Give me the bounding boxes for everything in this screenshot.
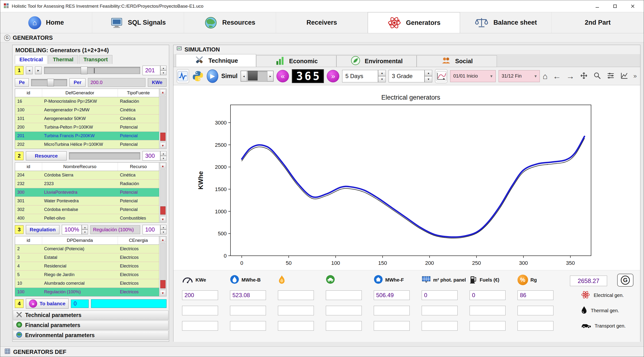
nav-tab-resources[interactable]: Resources [184,12,276,33]
days-value[interactable]: 5 Days [342,70,378,82]
result-field[interactable] [374,306,410,315]
table-row[interactable]: 4ResidencialElectricos [15,262,159,270]
spin-up-icon[interactable]: ▴ [378,70,386,76]
tab-electrical[interactable]: Electrical [15,55,48,64]
scroll-thumb[interactable] [160,206,166,215]
scroll-down-icon[interactable]: ▾ [160,290,166,296]
resource-button[interactable]: Resource [26,151,66,160]
result-field[interactable] [518,291,554,300]
table-scrollbar[interactable]: ▴ ▾ [159,163,166,222]
nav-tab-generators[interactable]: Generators [368,12,460,33]
spin-down-icon[interactable]: ▾ [82,230,88,234]
scroll-track[interactable] [160,95,166,142]
minimize-button[interactable] [590,1,605,11]
result-field[interactable] [230,321,266,331]
scroll-up-icon[interactable]: ▴ [160,89,166,95]
resource-id-value[interactable]: 300 [142,151,160,161]
scroll-thumb[interactable] [160,133,166,141]
spin-down-icon[interactable]: ▾ [378,76,386,82]
result-field[interactable] [518,321,554,331]
spin-up-icon[interactable]: ▴ [160,66,166,70]
regulation-id-value[interactable]: 100 [142,225,160,234]
result-field[interactable] [182,291,218,300]
result-field[interactable] [326,291,362,300]
zoom-icon[interactable] [593,72,601,81]
toolbar-overflow-icon[interactable]: » [634,72,637,80]
scroll-up-icon[interactable]: ▴ [160,237,166,242]
resource-slider[interactable] [69,152,140,159]
axes-edit-icon[interactable] [620,72,628,81]
tab-social[interactable]: Social [417,55,497,67]
table-row[interactable]: 202MicroTurbina Hélice P=100KWPotencial [15,140,159,149]
plot-back-icon[interactable]: ← [553,72,561,80]
scroll-thumb[interactable] [160,280,166,288]
result-field[interactable] [422,291,458,300]
result-field[interactable] [422,321,458,331]
result-field[interactable] [230,291,266,300]
tab-economic[interactable]: Economic [256,55,336,67]
slider-thumb[interactable] [248,71,258,80]
spin-down-icon[interactable]: ▾ [160,156,166,161]
result-field[interactable] [278,306,314,315]
fast-forward-button[interactable]: » [327,70,339,82]
result-field[interactable] [470,291,506,300]
result-field[interactable] [326,321,362,331]
tab-transport[interactable]: Transport [79,55,112,64]
tab-thermal[interactable]: Thermal [48,55,78,64]
table-row[interactable]: 204Córdoba SierraCinética [15,171,159,179]
pe-button[interactable]: Pe [15,78,29,87]
table-row[interactable]: 302Córdoba embalsePotencial [15,205,159,214]
slider-left-icon[interactable]: ◂ [241,71,247,81]
table-row[interactable]: 2Comercial (Potencia)Electricos [15,245,159,253]
result-field[interactable] [470,321,506,331]
generator-slider[interactable] [44,67,140,74]
technical-parameters-panel[interactable]: Technical parameters [13,311,168,320]
start-date-combo[interactable]: 01/01 Inicio ▾ [450,70,496,82]
result-field[interactable] [374,321,410,331]
scroll-track[interactable] [160,243,166,290]
simulate-play-button[interactable]: ▶ [207,69,218,83]
tab-enviromental[interactable]: Enviromental [336,55,417,67]
spin-up-icon[interactable]: ▴ [424,70,432,76]
result-field[interactable] [374,291,410,300]
result-field[interactable] [182,321,218,331]
table-row[interactable]: 10Alumbrado comercialElectricos [15,279,159,288]
regulation-pct-value[interactable]: 100% [62,225,82,234]
spin-down-icon[interactable]: ▾ [160,230,166,234]
subplot-settings-icon[interactable] [606,72,615,81]
speed-slider[interactable]: ◂ ▸ [240,71,274,82]
result-field[interactable] [470,306,506,315]
spin-up-icon[interactable]: ▴ [82,225,88,230]
to-balance-value[interactable]: 0 [71,300,89,308]
generators-g-button[interactable]: G [617,274,634,287]
close-button[interactable] [625,1,640,11]
table-row[interactable]: 300LluviaPontevedraPotencial [15,188,159,197]
table-scrollbar[interactable]: ▴ ▾ [159,89,166,149]
step-forward-button[interactable]: ▸ [35,66,42,74]
table-row[interactable]: 200Turbina-Pelton P=100KWPotencial [15,123,159,131]
table-row[interactable]: 100Aerogenerador P=2MWCinética [15,106,159,114]
regulation-button[interactable]: Regulation [26,225,60,234]
scroll-down-icon[interactable]: ▾ [160,216,166,222]
table-row[interactable]: 101Aerogenerador 50KWCinética [15,114,159,123]
spin-up-icon[interactable]: ▴ [160,151,166,156]
rewind-button[interactable]: « [276,70,289,82]
table-row[interactable]: 100Regulación (100%)Electricos [15,288,159,296]
environmental-parameters-panel[interactable]: Environmental parameters [13,331,168,340]
nav-tab-2nd-part[interactable]: 2nd Part [552,12,644,33]
python-icon[interactable] [192,69,204,83]
result-field[interactable] [326,306,362,315]
table-row[interactable]: 16P-Monocristalino Pp=25KWRadiación [15,97,159,106]
result-field[interactable] [278,321,314,331]
nav-tab-balance-sheet[interactable]: Balance sheet [460,12,552,33]
slider-right-icon[interactable]: ▸ [267,71,273,81]
to-balance-button[interactable]: » To balance [26,299,68,309]
kwe-unit-button[interactable]: KWe [148,78,166,87]
table-row[interactable]: 400Pellet-olivoCombustibles [15,214,159,222]
maximize-button[interactable] [607,1,623,11]
nav-tab-receivers[interactable]: Receivers [276,12,368,33]
tab-technique[interactable]: Technique [176,54,256,67]
result-field[interactable] [278,291,314,300]
grade-value[interactable]: 3 Grade [388,70,424,82]
table-row[interactable]: 201Turbina Francis P=200KWPotencial [15,131,159,140]
